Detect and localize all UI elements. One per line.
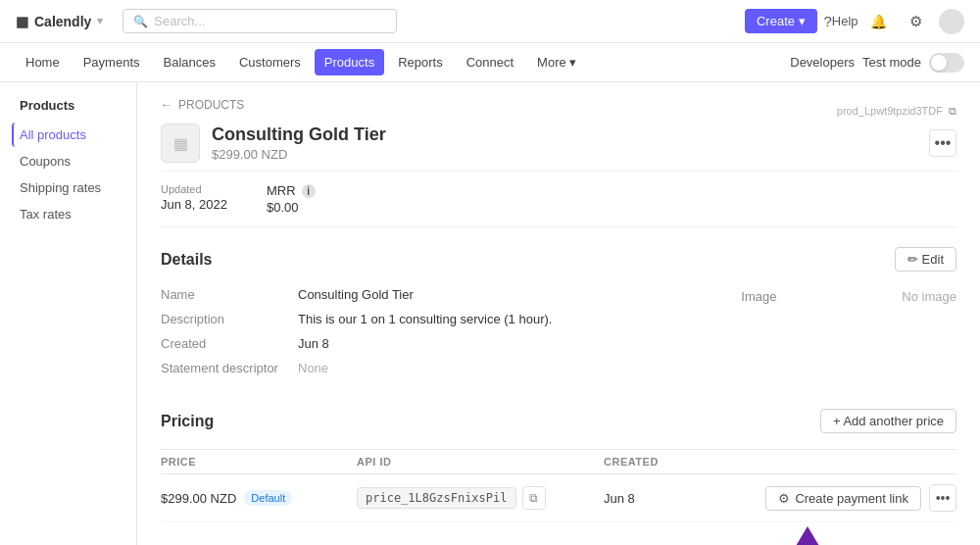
upward-arrow — [796, 526, 819, 545]
api-id-value: price_1L8GzsFnixsPil — [357, 487, 516, 509]
updated-value: Jun 8, 2022 — [161, 197, 227, 212]
test-mode-label: Test mode — [862, 55, 921, 70]
settings-button[interactable]: ⚙ — [902, 8, 929, 35]
toggle-knob — [931, 55, 947, 71]
nav-customers[interactable]: Customers — [229, 49, 311, 75]
brand-chevron: ▾ — [97, 15, 103, 27]
pencil-icon: ✏ — [907, 252, 918, 267]
ellipsis-icon: ••• — [935, 134, 952, 152]
detail-name-label: Name — [161, 287, 298, 302]
product-more-button[interactable]: ••• — [929, 129, 956, 157]
pricing-row: $299.00 NZD Default price_1L8GzsFnixsPil… — [161, 474, 956, 522]
detail-created-label: Created — [161, 336, 298, 351]
pricing-row-more-button[interactable]: ••• — [929, 484, 956, 512]
profile-avatar[interactable] — [939, 9, 964, 34]
updated-label: Updated — [161, 183, 227, 195]
main-content: ← PRODUCTS prod_Lpwt9tpzid3TDF ⧉ ▦ Consu… — [137, 82, 980, 545]
product-id-row: prod_Lpwt9tpzid3TDF ⧉ — [837, 105, 956, 118]
detail-description-row: Description This is our 1 on 1 consultin… — [161, 312, 741, 326]
gear-icon: ⚙ — [909, 13, 922, 30]
copy-icon: ⧉ — [529, 491, 538, 505]
edit-button[interactable]: ✏ Edit — [895, 247, 956, 272]
price-value: $299.00 NZD Default — [161, 490, 357, 506]
add-price-button[interactable]: + Add another price — [820, 409, 956, 433]
detail-statement-value: None — [298, 361, 741, 375]
product-id-value: prod_Lpwt9tpzid3TDF — [837, 105, 943, 117]
copy-api-id-button[interactable]: ⧉ — [522, 486, 546, 510]
pricing-table: PRICE API ID CREATED $299.00 NZD Default… — [161, 449, 956, 522]
search-placeholder: Search... — [154, 14, 205, 28]
detail-statement-row: Statement descriptor None — [161, 361, 741, 375]
details-section: Details ✏ Edit Name Consulting Gold Tier… — [161, 247, 956, 385]
product-name: Consulting Gold Tier — [212, 124, 917, 145]
help-button[interactable]: ? Help — [827, 8, 855, 35]
updated-meta: Updated Jun 8, 2022 — [161, 183, 227, 215]
search-icon: 🔍 — [133, 15, 148, 28]
details-fields: Name Consulting Gold Tier Description Th… — [161, 287, 741, 385]
pricing-header: Pricing + Add another price — [161, 409, 956, 433]
sidebar-item-all-products[interactable]: All products — [12, 123, 124, 147]
col-price-label: PRICE — [161, 456, 357, 468]
search-bar[interactable]: 🔍 Search... — [122, 9, 397, 33]
product-meta: Updated Jun 8, 2022 MRR i $0.00 — [161, 171, 956, 227]
main-nav: Home Payments Balances Customers Product… — [0, 43, 980, 82]
sidebar-item-coupons[interactable]: Coupons — [12, 149, 124, 173]
mrr-value: $0.00 — [267, 200, 299, 215]
sidebar-item-tax-rates[interactable]: Tax rates — [12, 202, 124, 226]
arrow-head — [796, 526, 819, 545]
brand-icon: ▦ — [16, 14, 28, 29]
details-title: Details — [161, 251, 212, 269]
brand-name: Calendly — [34, 14, 91, 29]
create-payment-link-button[interactable]: ⚙ Create payment link — [765, 486, 921, 511]
image-label: Image — [741, 289, 878, 304]
details-body: Name Consulting Gold Tier Description Th… — [161, 287, 956, 385]
pricing-ellipsis-icon: ••• — [936, 490, 951, 506]
nav-payments[interactable]: Payments — [74, 49, 150, 75]
product-header-row: ← PRODUCTS prod_Lpwt9tpzid3TDF ⧉ — [161, 98, 956, 124]
product-price: $299.00 NZD — [212, 147, 917, 162]
pricing-row-actions: ⚙ Create payment link ••• — [721, 484, 956, 512]
developers-link[interactable]: Developers — [790, 55, 855, 70]
nav-home[interactable]: Home — [16, 49, 70, 75]
main-layout: Products All products Coupons Shipping r… — [0, 82, 980, 545]
nav-products[interactable]: Products — [315, 49, 384, 75]
api-id-box: price_1L8GzsFnixsPil ⧉ — [357, 486, 604, 510]
product-icon: ▦ — [161, 124, 200, 163]
detail-desc-value: This is our 1 on 1 consulting service (1… — [298, 312, 741, 326]
nav-balances[interactable]: Balances — [154, 49, 225, 75]
col-api-label: API ID — [357, 456, 604, 468]
test-mode-toggle[interactable] — [929, 53, 964, 73]
breadcrumb-link[interactable]: PRODUCTS — [178, 98, 244, 112]
col-actions-label — [721, 456, 956, 468]
mrr-meta: MRR i $0.00 — [267, 183, 316, 215]
detail-statement-label: Statement descriptor — [161, 361, 298, 375]
breadcrumb: ← PRODUCTS — [161, 98, 244, 112]
nav-reports[interactable]: Reports — [388, 49, 453, 75]
sidebar-item-shipping-rates[interactable]: Shipping rates — [12, 175, 124, 200]
chevron-down-icon: ▾ — [799, 14, 806, 28]
detail-name-value: Consulting Gold Tier — [298, 287, 741, 302]
mrr-info-icon[interactable]: i — [302, 184, 316, 198]
create-button[interactable]: Create ▾ — [745, 9, 817, 33]
detail-created-value: Jun 8 — [298, 336, 741, 351]
copy-id-icon[interactable]: ⧉ — [949, 105, 956, 118]
sidebar-title: Products — [12, 98, 124, 113]
notifications-button[interactable]: 🔔 — [864, 8, 892, 35]
sidebar: Products All products Coupons Shipping r… — [0, 82, 137, 545]
default-badge: Default — [244, 490, 292, 506]
more-chevron-icon: ▾ — [569, 55, 576, 70]
nav-more[interactable]: More ▾ — [527, 49, 586, 75]
details-image: Image No image — [741, 289, 956, 385]
pricing-table-header: PRICE API ID CREATED — [161, 450, 956, 474]
brand-logo[interactable]: ▦ Calendly ▾ — [16, 14, 103, 29]
topbar-right: Create ▾ ? Help 🔔 ⚙ — [745, 8, 964, 35]
bell-icon: 🔔 — [870, 14, 887, 29]
topbar: ▦ Calendly ▾ 🔍 Search... Create ▾ ? Help… — [0, 0, 980, 43]
help-icon: ? — [823, 13, 831, 29]
pricing-created-date: Jun 8 — [604, 491, 721, 506]
gear-payment-icon: ⚙ — [778, 491, 790, 506]
nav-connect[interactable]: Connect — [457, 49, 523, 75]
detail-created-row: Created Jun 8 — [161, 336, 741, 351]
nav-right: Developers Test mode — [790, 53, 964, 73]
mrr-label: MRR i — [267, 183, 316, 198]
